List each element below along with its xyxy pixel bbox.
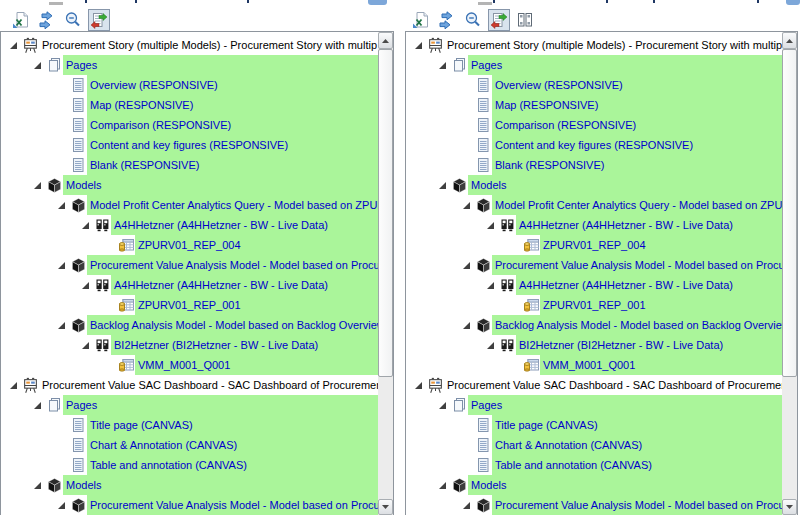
vertical-scrollbar[interactable]: [782, 32, 797, 515]
tree-row[interactable]: Table and annotation (CANVAS): [1, 455, 378, 475]
tree-row[interactable]: Models: [406, 175, 782, 195]
indent-spacer: [1, 75, 57, 95]
split-view-button[interactable]: [514, 9, 536, 31]
tree-row[interactable]: Map (RESPONSIVE): [1, 95, 378, 115]
tree-row[interactable]: Table and annotation (CANVAS): [406, 455, 782, 475]
expander-icon[interactable]: [9, 381, 21, 390]
expander-icon[interactable]: [486, 341, 498, 350]
expander-icon[interactable]: [81, 341, 93, 350]
expander-icon[interactable]: [462, 201, 474, 210]
tree-row[interactable]: ZPURV01_REP_004: [1, 235, 378, 255]
export-excel-button[interactable]: [410, 9, 432, 31]
tree-row[interactable]: Comparison (RESPONSIVE): [406, 115, 782, 135]
scroll-up-button[interactable]: [782, 32, 797, 49]
compare-arrows-button[interactable]: [436, 9, 458, 31]
tree-row[interactable]: Chart & Annotation (CANVAS): [1, 435, 378, 455]
tree-row[interactable]: Blank (RESPONSIVE): [1, 155, 378, 175]
tree-row[interactable]: Backlog Analysis Model - Model based on …: [406, 315, 782, 335]
expander-icon[interactable]: [33, 181, 45, 190]
expander-icon[interactable]: [414, 41, 426, 50]
tree-row[interactable]: Procurement Story (multiple Models) - Pr…: [406, 35, 782, 55]
tree-row[interactable]: ZPURV01_REP_001: [1, 295, 378, 315]
compare-arrows-button[interactable]: [36, 9, 58, 31]
tree-row[interactable]: Models: [406, 475, 782, 495]
vertical-scrollbar[interactable]: [378, 32, 393, 515]
tree-row[interactable]: Procurement Value Analysis Model - Model…: [406, 255, 782, 275]
tree-row[interactable]: Title page (CANVAS): [1, 415, 378, 435]
tree-row[interactable]: Pages: [1, 55, 378, 75]
expander-icon[interactable]: [486, 281, 498, 290]
tree-row[interactable]: Procurement Story (multiple Models) - Pr…: [1, 35, 378, 55]
tree-row[interactable]: Overview (RESPONSIVE): [1, 75, 378, 95]
tree-row[interactable]: A4HHetzner (A4HHetzner - BW - Live Data): [406, 215, 782, 235]
expander-icon[interactable]: [438, 61, 450, 70]
tree-row[interactable]: VMM_M001_Q001: [1, 355, 378, 375]
tree-row[interactable]: Content and key figures (RESPONSIVE): [406, 135, 782, 155]
export-excel-button[interactable]: [10, 9, 32, 31]
scroll-down-button[interactable]: [378, 499, 393, 515]
tree-row[interactable]: Model Profit Center Analytics Query - Mo…: [1, 195, 378, 215]
tree-row[interactable]: Map (RESPONSIVE): [406, 95, 782, 115]
expander-icon[interactable]: [81, 221, 93, 230]
tree-row[interactable]: Procurement Value Analysis Model - Model…: [406, 495, 782, 515]
tree-row[interactable]: Blank (RESPONSIVE): [406, 155, 782, 175]
tree-row[interactable]: ZPURV01_REP_001: [406, 295, 782, 315]
export-excel-icon: [412, 11, 430, 29]
expander-icon[interactable]: [57, 321, 69, 330]
expander-icon[interactable]: [57, 261, 69, 270]
scrollbar-thumb[interactable]: [378, 49, 393, 377]
expander-icon[interactable]: [33, 401, 45, 410]
tree-row[interactable]: Model Profit Center Analytics Query - Mo…: [406, 195, 782, 215]
tree-row-label: Table and annotation (CANVAS): [87, 455, 378, 475]
tree-row[interactable]: Procurement Value SAC Dashboard - SAC Da…: [1, 375, 378, 395]
tree-row[interactable]: Comparison (RESPONSIVE): [1, 115, 378, 135]
tree-row[interactable]: Backlog Analysis Model - Model based on …: [1, 315, 378, 335]
show-differences-button[interactable]: [488, 9, 510, 31]
expander-icon[interactable]: [57, 201, 69, 210]
indent-spacer: [1, 495, 57, 515]
tree-row-label: Backlog Analysis Model - Model based on …: [87, 315, 378, 335]
tree-row[interactable]: Chart & Annotation (CANVAS): [406, 435, 782, 455]
tree-row[interactable]: ZPURV01_REP_004: [406, 235, 782, 255]
expander-icon[interactable]: [438, 481, 450, 490]
tree-row[interactable]: BI2Hetzner (BI2Hetzner - BW - Live Data): [1, 335, 378, 355]
tree-row[interactable]: Content and key figures (RESPONSIVE): [1, 135, 378, 155]
expander-icon[interactable]: [9, 41, 21, 50]
show-differences-button[interactable]: [88, 9, 110, 31]
expander-icon[interactable]: [462, 501, 474, 510]
expander-icon[interactable]: [438, 401, 450, 410]
tree-row[interactable]: Title page (CANVAS): [406, 415, 782, 435]
tree-row[interactable]: Procurement Value Analysis Model - Model…: [1, 255, 378, 275]
expander-icon[interactable]: [462, 261, 474, 270]
system-icon: [93, 337, 111, 353]
zoom-out-button[interactable]: [62, 9, 84, 31]
tree-row[interactable]: Procurement Value SAC Dashboard - SAC Da…: [406, 375, 782, 395]
tree-row[interactable]: VMM_M001_Q001: [406, 355, 782, 375]
story-icon: [21, 377, 39, 394]
expander-icon[interactable]: [414, 381, 426, 390]
expander-icon[interactable]: [462, 321, 474, 330]
tree-row[interactable]: Pages: [1, 395, 378, 415]
tree-row[interactable]: Pages: [406, 395, 782, 415]
expander-icon[interactable]: [33, 481, 45, 490]
tree-row-label: Procurement Value Analysis Model - Model…: [492, 495, 782, 515]
tree-row[interactable]: BI2Hetzner (BI2Hetzner - BW - Live Data): [406, 335, 782, 355]
tree-row[interactable]: Models: [1, 175, 378, 195]
tree-row[interactable]: Overview (RESPONSIVE): [406, 75, 782, 95]
tree-row[interactable]: Models: [1, 475, 378, 495]
expander-icon[interactable]: [486, 221, 498, 230]
indent-spacer: [1, 315, 57, 335]
scroll-down-button[interactable]: [782, 499, 797, 515]
tree-row[interactable]: A4HHetzner (A4HHetzner - BW - Live Data): [1, 215, 378, 235]
zoom-out-button[interactable]: [462, 9, 484, 31]
tree-row[interactable]: A4HHetzner (A4HHetzner - BW - Live Data): [406, 275, 782, 295]
expander-icon[interactable]: [81, 281, 93, 290]
tree-row[interactable]: Procurement Value Analysis Model - Model…: [1, 495, 378, 515]
tree-row[interactable]: Pages: [406, 55, 782, 75]
expander-icon[interactable]: [33, 61, 45, 70]
expander-icon[interactable]: [57, 501, 69, 510]
tree-row[interactable]: A4HHetzner (A4HHetzner - BW - Live Data): [1, 275, 378, 295]
scroll-up-button[interactable]: [378, 32, 393, 49]
expander-icon[interactable]: [438, 181, 450, 190]
scrollbar-thumb[interactable]: [782, 49, 797, 377]
